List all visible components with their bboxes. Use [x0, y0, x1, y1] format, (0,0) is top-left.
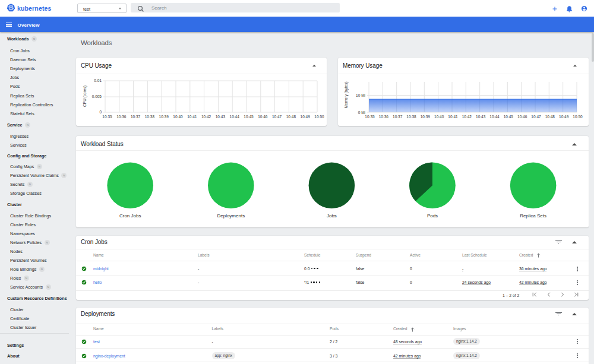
svg-text:10:39: 10:39 [159, 115, 169, 119]
svg-text:0 Mi: 0 Mi [358, 110, 365, 115]
svg-text:10:49: 10:49 [559, 115, 569, 119]
svg-text:10:41: 10:41 [448, 115, 458, 119]
svg-text:10:40: 10:40 [173, 115, 183, 119]
svg-text:10:48: 10:48 [545, 115, 555, 119]
svg-text:10 Mi: 10 Mi [356, 93, 365, 97]
svg-text:10:38: 10:38 [145, 115, 155, 119]
svg-text:10:43: 10:43 [216, 115, 226, 119]
svg-text:10:50: 10:50 [314, 115, 324, 119]
svg-text:10:39: 10:39 [421, 115, 431, 119]
svg-text:10:43: 10:43 [476, 115, 486, 119]
svg-text:10:38: 10:38 [406, 115, 416, 119]
svg-text:0.01: 0.01 [94, 78, 102, 83]
svg-text:10:37: 10:37 [393, 115, 403, 119]
svg-text:0.005: 0.005 [92, 94, 102, 99]
svg-text:10:49: 10:49 [301, 115, 311, 119]
svg-text:10:36: 10:36 [379, 115, 389, 119]
svg-text:0: 0 [99, 110, 102, 114]
svg-text:CPU (cores): CPU (cores) [83, 86, 87, 107]
svg-text:10:42: 10:42 [462, 115, 472, 119]
svg-text:10:44: 10:44 [489, 115, 500, 119]
svg-text:Memory (bytes): Memory (bytes) [344, 81, 349, 108]
svg-text:10:47: 10:47 [531, 115, 541, 119]
svg-text:10:50: 10:50 [573, 115, 583, 119]
svg-text:10:40: 10:40 [434, 115, 444, 119]
svg-text:10:45: 10:45 [504, 115, 514, 119]
svg-text:10:42: 10:42 [201, 115, 211, 119]
svg-text:10:37: 10:37 [131, 115, 141, 119]
svg-text:10:35: 10:35 [365, 115, 375, 119]
svg-text:10:47: 10:47 [272, 115, 282, 119]
svg-text:10:36: 10:36 [116, 115, 127, 119]
svg-text:10:35: 10:35 [102, 115, 112, 119]
svg-text:10:46: 10:46 [258, 115, 268, 119]
svg-text:10:48: 10:48 [286, 115, 296, 119]
svg-text:10:41: 10:41 [187, 115, 197, 119]
svg-text:10:44: 10:44 [230, 115, 240, 119]
svg-text:10:45: 10:45 [244, 115, 254, 119]
svg-text:10:46: 10:46 [517, 115, 527, 119]
